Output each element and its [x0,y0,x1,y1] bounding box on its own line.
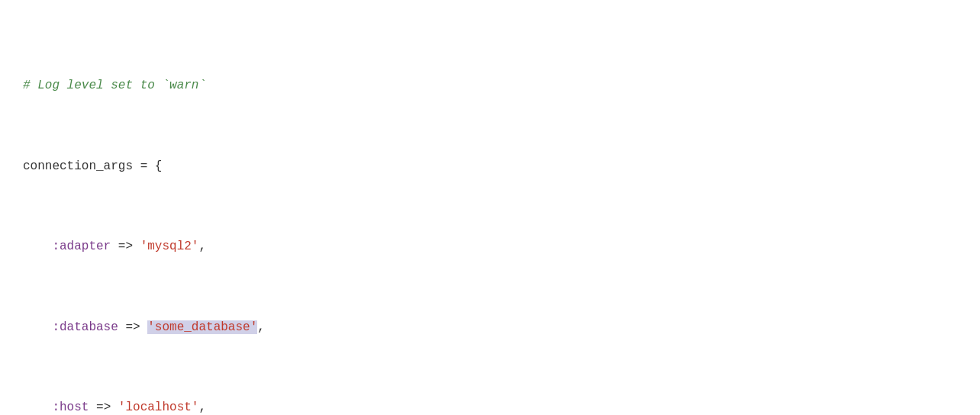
symbol-database: :database [52,320,118,334]
code-line-2: connection_args = { [23,156,957,176]
symbol-adapter: :adapter [52,240,111,253]
code-line-4: :database => 'some_database', [23,317,957,337]
symbol-host: :host [52,401,89,414]
string-mysql2: 'mysql2' [140,240,199,253]
code-line-3: :adapter => 'mysql2', [23,236,957,256]
code-line-1: # Log level set to `warn` [23,76,957,95]
code-line-5: :host => 'localhost', [23,397,957,415]
string-some-database: 'some_database' [147,320,257,334]
code-text: connection_args = { [23,159,162,173]
code-viewer: # Log level set to `warn` connection_arg… [23,15,957,415]
string-localhost: 'localhost' [118,401,199,414]
comment-span: # Log level set to `warn` [23,79,206,92]
